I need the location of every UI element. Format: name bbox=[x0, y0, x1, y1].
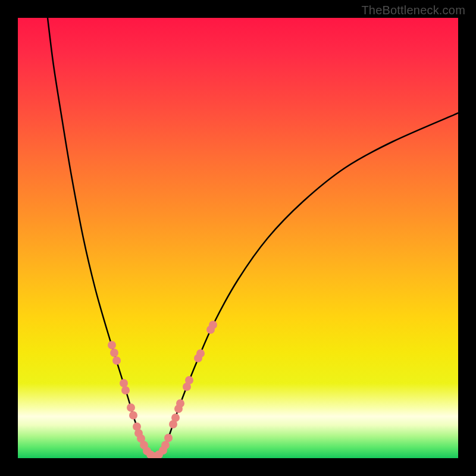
data-dot bbox=[185, 376, 193, 384]
data-dot bbox=[161, 441, 170, 449]
data-dot bbox=[129, 411, 137, 419]
data-dot bbox=[127, 403, 135, 412]
chart-svg bbox=[18, 18, 458, 458]
plot-area bbox=[18, 18, 458, 458]
data-dot bbox=[196, 349, 205, 358]
chart-frame: TheBottleneck.com bbox=[0, 0, 476, 476]
data-dot bbox=[120, 379, 128, 387]
data-dot bbox=[121, 386, 130, 394]
data-dot bbox=[176, 399, 184, 408]
data-dot bbox=[108, 341, 116, 349]
data-dot bbox=[110, 349, 118, 357]
data-dot bbox=[112, 356, 121, 365]
watermark-text: TheBottleneck.com bbox=[361, 4, 465, 17]
data-dot bbox=[164, 434, 173, 442]
data-dot bbox=[171, 414, 180, 422]
data-dot bbox=[209, 321, 217, 329]
